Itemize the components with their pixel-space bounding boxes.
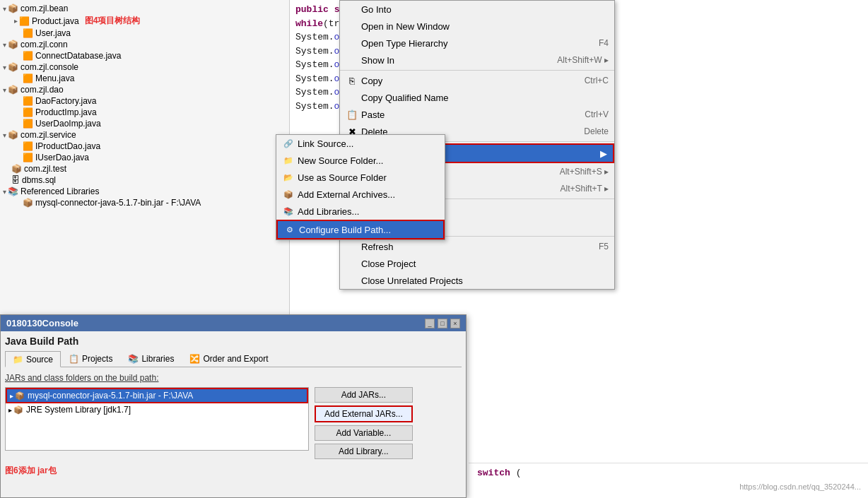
tree-item-productimp-java[interactable]: 🟧ProductImp.java	[0, 107, 289, 118]
java-icon: 🟧	[23, 28, 33, 38]
tree-item-daofactory-java[interactable]: 🟧DaoFactory.java	[0, 95, 289, 107]
tab-label-projects: Projects	[82, 354, 112, 364]
tree-item-menu-java[interactable]: 🟧Menu.java	[0, 73, 289, 84]
tab-order-export[interactable]: 🔀Order and Export	[182, 351, 276, 367]
tree-item-user-java[interactable]: 🟧User.java	[0, 28, 289, 39]
tree-item-label: com.zjl.console	[20, 62, 78, 72]
dialog-button-add-variable[interactable]: Add Variable...	[315, 425, 413, 441]
switch-code-area: switch (	[469, 463, 868, 498]
menu-item-open-type-hierarchy[interactable]: Open Type HierarchyF4	[340, 35, 614, 52]
java-icon: 🟧	[19, 16, 30, 26]
menu-shortcut: F4	[585, 38, 609, 48]
tab-projects[interactable]: 📋Projects	[61, 351, 120, 367]
expand-arrow[interactable]: ▸	[14, 17, 18, 25]
tree-annotation: 图4项目树结构	[85, 15, 141, 27]
package-icon: 📦	[8, 62, 18, 72]
submenu-item-new-source-folder[interactable]: 📁New Source Folder...	[276, 152, 445, 169]
menu-shortcut: Alt+Shift+W ▸	[543, 55, 609, 65]
menu-label: Show In	[361, 55, 394, 66]
maximize-button[interactable]: □	[438, 319, 447, 328]
dialog-section-title: Java Build Path	[5, 336, 462, 347]
menu-label: Paste	[361, 109, 385, 120]
tree-item-console-pkg[interactable]: ▾📦com.zjl.console	[0, 61, 289, 73]
tree-item-test-pkg[interactable]: 📦com.zjl.test	[0, 163, 289, 174]
dialog-description: JARs and class folders on the build path…	[5, 373, 462, 383]
dialog-button-add-jars[interactable]: Add JARs...	[315, 387, 413, 403]
tree-item-service-pkg[interactable]: ▾📦com.zjl.service	[0, 129, 289, 141]
tree-item-conn-pkg[interactable]: ▾📦com.zjl.conn	[0, 39, 289, 50]
package-icon: 📦	[8, 4, 18, 13]
dialog-button-add-library[interactable]: Add Library...	[315, 444, 413, 459]
tree-item-dbms-sql[interactable]: 🗄dbms.sql	[0, 174, 289, 186]
menu-item-open-new-window[interactable]: Open in New Window	[340, 18, 614, 35]
tree-item-ref-libs[interactable]: ▾📚Referenced Libraries	[0, 186, 289, 197]
submenu-item-add-ext-archives[interactable]: 📦Add External Archives...	[276, 186, 445, 203]
tree-item-label: com.zjl.test	[24, 164, 66, 174]
menu-item-refresh[interactable]: RefreshF5	[340, 238, 614, 255]
close-button[interactable]: ×	[450, 319, 460, 328]
dialog-button-add-ext-jars[interactable]: Add External JARs...	[315, 405, 413, 422]
tab-libraries[interactable]: 📚Libraries	[120, 351, 182, 367]
menu-icon-open-new-window	[346, 20, 358, 32]
expand-arrow[interactable]: ▾	[3, 131, 6, 139]
menu-shortcut: Delete	[570, 126, 609, 136]
menu-item-copy[interactable]: ⎘CopyCtrl+C	[340, 72, 614, 89]
ide-main: ▾📦com.zjl.bean▸🟧Product.java图4项目树结构🟧User…	[0, 0, 868, 498]
menu-label: Copy Qualified Name	[361, 93, 449, 103]
tree-item-dao-pkg[interactable]: ▾📦com.zjl.dao	[0, 84, 289, 95]
menu-item-go-into[interactable]: Go Into	[340, 1, 614, 18]
menu-icon-copy: ⎘	[346, 74, 358, 87]
expand-arrow[interactable]: ▾	[3, 188, 6, 196]
menu-item-close-unrelated[interactable]: Close Unrelated Projects	[340, 272, 614, 289]
java-icon: 🟧	[23, 141, 33, 151]
expand-arrow[interactable]: ▾	[3, 64, 6, 71]
tree-item-connectdb-java[interactable]: 🟧ConnectDatabase.java	[0, 50, 289, 61]
submenu-item-link-source[interactable]: 🔗Link Source...	[276, 135, 445, 152]
tree-item-label: com.zjl.bean	[20, 4, 68, 13]
tree-item-label: Menu.java	[35, 73, 74, 83]
dialog-titlebar-buttons: _ □ ×	[425, 319, 460, 328]
submenu-item-use-as-source[interactable]: 📂Use as Source Folder	[276, 169, 445, 186]
submenu-label: Add External Archives...	[298, 189, 395, 200]
library-item-jre-lib[interactable]: ▸📦JRE System Library [jdk1.7]	[6, 403, 308, 416]
lib-expand: ▸	[8, 406, 12, 414]
library-item-mysql-jar[interactable]: ▸📦mysql-connector-java-5.1.7-bin.jar - F…	[6, 388, 308, 403]
switch-keyword: switch	[477, 468, 510, 478]
sql-icon: 🗄	[11, 175, 20, 185]
menu-shortcut: F5	[585, 242, 609, 251]
expand-arrow[interactable]: ▾	[3, 86, 6, 94]
dialog-body: Java Build Path 📁Source📋Projects📚Librari…	[1, 331, 466, 481]
menu-icon-go-into	[346, 3, 358, 16]
menu-label: Open in New Window	[361, 21, 450, 32]
expand-arrow[interactable]: ▾	[3, 5, 6, 13]
menu-item-show-in[interactable]: Show InAlt+Shift+W ▸	[340, 52, 614, 69]
menu-label: Copy	[361, 76, 382, 86]
submenu-item-add-libraries[interactable]: 📚Add Libraries...	[276, 203, 445, 220]
tree-item-product-java[interactable]: ▸🟧Product.java图4项目树结构	[0, 14, 289, 28]
java-icon: 🟧	[23, 107, 33, 117]
menu-item-paste[interactable]: 📋PasteCtrl+V	[340, 106, 614, 123]
lib-label: mysql-connector-java-5.1.7-bin.jar - F:\…	[28, 391, 193, 401]
tree-item-iuserdao-java[interactable]: 🟧IUserDao.java	[0, 152, 289, 163]
tree-item-iproductdao-java[interactable]: 🟧IProductDao.java	[0, 141, 289, 152]
library-list[interactable]: ▸📦mysql-connector-java-5.1.7-bin.jar - F…	[5, 387, 309, 451]
tab-label-order-export: Order and Export	[203, 354, 268, 364]
tree-item-bean-pkg[interactable]: ▾📦com.zjl.bean	[0, 3, 289, 14]
tree-item-label: Product.java	[32, 16, 79, 26]
tree-item-label: IProductDao.java	[35, 141, 100, 151]
tab-source[interactable]: 📁Source	[5, 351, 61, 367]
build-path-submenu: 🔗Link Source...📁New Source Folder...📂Use…	[276, 134, 445, 240]
tree-item-mysql-jar[interactable]: 📦mysql-connector-java-5.1.7-bin.jar - F:…	[0, 197, 289, 208]
minimize-button[interactable]: _	[425, 319, 435, 328]
menu-item-copy-qualified[interactable]: Copy Qualified Name	[340, 89, 614, 106]
tab-icon-order-export: 🔀	[189, 354, 200, 364]
dialog-annotation: 图6添加 jar包	[5, 466, 57, 475]
menu-icon-close-project	[346, 257, 358, 270]
submenu-item-configure-build-path[interactable]: ⚙Configure Build Path...	[276, 220, 445, 239]
menu-item-close-project[interactable]: Close Project	[340, 255, 614, 272]
expand-arrow[interactable]: ▾	[3, 41, 6, 49]
tree-item-userdaoimp-java[interactable]: 🟧UserDaoImp.java	[0, 118, 289, 129]
dialog-buttons-col: Add JARs...Add External JARs...Add Varia…	[315, 387, 413, 459]
tree-item-label: ProductImp.java	[35, 107, 97, 117]
lib-expand: ▸	[10, 392, 13, 400]
